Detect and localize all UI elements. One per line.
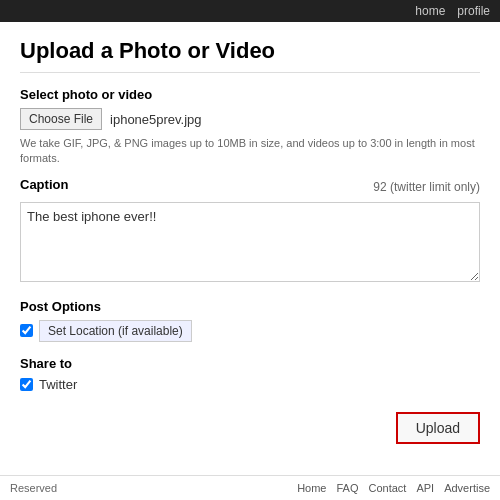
post-options-label: Post Options	[20, 299, 480, 314]
nav-profile-link[interactable]: profile	[457, 4, 490, 18]
upload-button[interactable]: Upload	[396, 412, 480, 444]
twitter-label[interactable]: Twitter	[39, 377, 77, 392]
caption-textarea[interactable]: The best iphone ever!!	[20, 202, 480, 282]
footer-reserved: Reserved	[10, 482, 57, 494]
page-title: Upload a Photo or Video	[20, 38, 480, 73]
file-hint: We take GIF, JPG, & PNG images up to 10M…	[20, 136, 480, 167]
main-content: Upload a Photo or Video Select photo or …	[0, 22, 500, 475]
choose-file-button[interactable]: Choose File	[20, 108, 102, 130]
footer-advertise-link[interactable]: Advertise	[444, 482, 490, 494]
set-location-row: Set Location (if available)	[20, 320, 480, 342]
footer: Reserved Home FAQ Contact API Advertise	[0, 475, 500, 500]
set-location-label[interactable]: Set Location (if available)	[39, 320, 192, 342]
footer-api-link[interactable]: API	[416, 482, 434, 494]
file-row: Choose File iphone5prev.jpg	[20, 108, 480, 130]
footer-faq-link[interactable]: FAQ	[336, 482, 358, 494]
upload-row: Upload	[20, 412, 480, 444]
select-photo-label: Select photo or video	[20, 87, 480, 102]
twitter-checkbox[interactable]	[20, 378, 33, 391]
selected-file-name: iphone5prev.jpg	[110, 112, 202, 127]
caption-counter: 92 (twitter limit only)	[373, 180, 480, 194]
footer-links: Home FAQ Contact API Advertise	[297, 482, 490, 494]
twitter-row: Twitter	[20, 377, 480, 392]
set-location-checkbox[interactable]	[20, 324, 33, 337]
post-options-section: Post Options Set Location (if available)	[20, 299, 480, 342]
caption-label: Caption	[20, 177, 68, 192]
footer-home-link[interactable]: Home	[297, 482, 326, 494]
top-nav: home profile	[0, 0, 500, 22]
caption-header: Caption 92 (twitter limit only)	[20, 177, 480, 198]
nav-home-link[interactable]: home	[415, 4, 445, 18]
share-to-label: Share to	[20, 356, 480, 371]
footer-contact-link[interactable]: Contact	[368, 482, 406, 494]
share-section: Share to Twitter	[20, 356, 480, 392]
